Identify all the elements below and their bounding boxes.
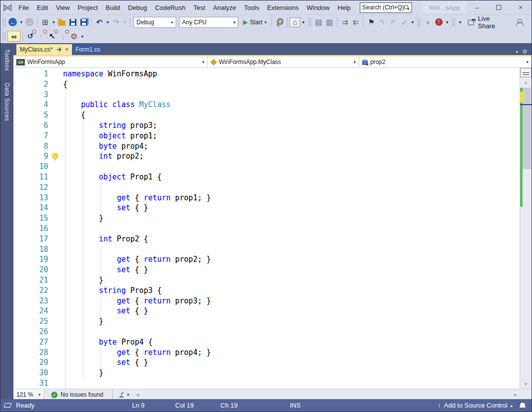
menu-item-edit[interactable]: Edit bbox=[33, 0, 52, 14]
code-line-12[interactable]: 12 bbox=[13, 182, 520, 193]
indent-button[interactable]: ⇉ bbox=[339, 16, 350, 28]
code-line-1[interactable]: 1namespace WinFormsApp bbox=[13, 69, 520, 79]
code-line-14[interactable]: 14 set { } bbox=[13, 203, 520, 213]
code-line-30[interactable]: 30 } bbox=[13, 368, 520, 378]
document-health-indicator[interactable]: ✓ No issues found bbox=[44, 391, 110, 398]
code-line-10[interactable]: 10 bbox=[13, 162, 520, 172]
split-window-handle[interactable] bbox=[520, 68, 532, 77]
code-line-4[interactable]: 4 public class MyClass bbox=[13, 100, 520, 110]
undo-dropdown[interactable]: ▾ bbox=[105, 16, 111, 28]
zoom-level-combo[interactable]: 121 % ▾ bbox=[13, 389, 44, 400]
menu-item-help[interactable]: Help bbox=[333, 0, 355, 14]
navigate-forward-button[interactable]: → bbox=[24, 16, 35, 28]
redo-dropdown[interactable]: ▾ bbox=[122, 16, 128, 28]
toggle-bookmark-button[interactable]: ⚑ bbox=[366, 16, 377, 28]
menu-item-test[interactable]: Test bbox=[190, 0, 209, 14]
sidebar-item-toolbox[interactable]: Toolbox bbox=[2, 45, 11, 75]
code-line-21[interactable]: 21 } bbox=[13, 275, 520, 286]
redo-button[interactable]: ↷ bbox=[111, 16, 122, 28]
tab-options-icon[interactable]: ⚙ bbox=[522, 48, 528, 55]
solution-platform-combo[interactable]: Any CPU ▾ bbox=[179, 17, 239, 28]
tab-form1-cs[interactable]: Form1.cs bbox=[72, 44, 104, 55]
save-all-button[interactable] bbox=[78, 16, 89, 28]
code-line-31[interactable]: 31 bbox=[13, 378, 520, 389]
pin-icon[interactable] bbox=[57, 47, 62, 52]
type-dropdown[interactable]: WinFormsApp.MyClass ▾ bbox=[208, 57, 359, 67]
live-share-button[interactable]: Live Share bbox=[468, 15, 509, 30]
minimize-button[interactable]: – bbox=[466, 0, 488, 14]
drop-marker-button[interactable]: ↖ bbox=[47, 30, 58, 42]
navigate-backward-dropdown[interactable]: ▾ bbox=[18, 16, 24, 28]
quick-search-input[interactable]: Search (Ctrl+Q) bbox=[360, 2, 412, 13]
clear-bookmarks-button[interactable]: ↲ bbox=[399, 16, 409, 28]
code-line-13[interactable]: 13 get { return prop1; } bbox=[13, 193, 520, 203]
previous-bookmark-button[interactable]: ↰ bbox=[377, 16, 388, 28]
new-project-button[interactable]: ⊞ bbox=[40, 16, 51, 28]
undo-button[interactable]: ↶ bbox=[94, 16, 105, 28]
project-dropdown[interactable]: C# WinFormsApp ▾ bbox=[13, 57, 208, 67]
coderush-overflow-dropdown[interactable]: ▾ bbox=[79, 30, 85, 42]
menu-item-project[interactable]: Project bbox=[74, 0, 102, 14]
vertical-scrollbar[interactable]: ▲ ▼ bbox=[520, 68, 532, 389]
code-line-19[interactable]: 19 get { return prop2; } bbox=[13, 254, 520, 265]
toolbar-grip[interactable] bbox=[452, 18, 456, 27]
scroll-left-arrow[interactable]: ◀ bbox=[133, 389, 141, 400]
code-line-23[interactable]: 23 get { return prop3; } bbox=[13, 296, 520, 306]
toolbar-overflow-dropdown[interactable]: ▾ bbox=[444, 16, 450, 28]
start-debugging-button[interactable]: ▶ Start ▾ bbox=[240, 16, 269, 28]
toolbar-grip[interactable] bbox=[2, 18, 6, 27]
coderush-options-button[interactable]: ⚙ bbox=[68, 30, 79, 42]
code-line-3[interactable]: 3 bbox=[13, 90, 520, 100]
code-line-24[interactable]: 24 set { } bbox=[13, 306, 520, 316]
new-project-dropdown[interactable]: ▾ bbox=[51, 16, 57, 28]
outline-document-button[interactable]: ▤ bbox=[313, 16, 324, 28]
code-line-16[interactable]: 16 bbox=[13, 224, 520, 234]
menu-item-analyze[interactable]: Analyze bbox=[209, 0, 240, 14]
menu-item-view[interactable]: View bbox=[52, 0, 74, 14]
find-in-files-button[interactable] bbox=[274, 16, 285, 28]
code-cleanup-button[interactable]: ▾ bbox=[115, 392, 133, 398]
code-line-20[interactable]: 20 set { } bbox=[13, 265, 520, 275]
navigate-backward-button[interactable]: ← bbox=[7, 16, 18, 28]
save-button[interactable] bbox=[67, 16, 78, 28]
code-line-5[interactable]: 5 { bbox=[13, 110, 520, 120]
tab-myclass-cs[interactable]: MyClass.cs* × bbox=[16, 44, 72, 55]
code-line-17[interactable]: 17 int Prop2 { bbox=[13, 234, 520, 244]
feedback-button[interactable] bbox=[514, 16, 525, 28]
code-line-7[interactable]: 7 object prop1; bbox=[13, 131, 520, 141]
code-line-18[interactable]: 18 bbox=[13, 244, 520, 255]
member-dropdown[interactable]: prop2 ▾ bbox=[359, 57, 532, 67]
menu-item-tools[interactable]: Tools bbox=[240, 0, 263, 14]
menu-item-file[interactable]: File bbox=[14, 0, 33, 14]
solution-configuration-combo[interactable]: Debug ▾ bbox=[133, 17, 176, 28]
jump-to-symbol-button[interactable]: ↺ bbox=[25, 30, 36, 42]
toolbar-overflow-dropdown[interactable]: ▾ bbox=[457, 16, 463, 28]
navigate-down-button[interactable]: ↓ bbox=[58, 30, 68, 42]
sidebar-item-data-sources[interactable]: Data Sources bbox=[2, 79, 11, 125]
breakpoint-button[interactable]: ● bbox=[422, 16, 433, 28]
menu-item-extensions[interactable]: Extensions bbox=[263, 0, 303, 14]
close-icon[interactable]: × bbox=[65, 46, 68, 53]
toolbar-grip[interactable] bbox=[2, 32, 6, 41]
code-line-26[interactable]: 26 bbox=[13, 327, 520, 337]
solution-explorer-home-button[interactable]: ⌂ bbox=[289, 17, 300, 27]
scroll-right-arrow[interactable]: ▶ bbox=[512, 389, 520, 400]
code-line-11[interactable]: 11 object Prop1 { bbox=[13, 172, 520, 182]
lightbulb-icon[interactable] bbox=[52, 153, 58, 159]
toolbar-grip[interactable] bbox=[417, 18, 421, 27]
scroll-down-arrow[interactable]: ▼ bbox=[520, 381, 532, 388]
horizontal-scrollbar[interactable]: ◀ ▶ bbox=[133, 389, 532, 400]
menu-item-build[interactable]: Build bbox=[102, 0, 124, 14]
bookmark-overflow-dropdown[interactable]: ▾ bbox=[409, 16, 415, 28]
copy-structure-button[interactable]: ▥ bbox=[324, 16, 335, 28]
code-line-25[interactable]: 25 } bbox=[13, 316, 520, 327]
code-pane[interactable]: 1namespace WinFormsApp2{34 public class … bbox=[13, 69, 520, 389]
menu-item-debug[interactable]: Debug bbox=[124, 0, 151, 14]
window-list-dropdown[interactable]: ▾ bbox=[516, 49, 518, 55]
error-list-button[interactable]: ! bbox=[433, 16, 444, 28]
code-line-2[interactable]: 2{ bbox=[13, 79, 520, 90]
menu-item-window[interactable]: Window bbox=[303, 0, 333, 14]
notifications-bell-icon[interactable] bbox=[520, 403, 526, 408]
code-line-9[interactable]: 9 int prop2; bbox=[13, 151, 520, 162]
next-bookmark-button[interactable]: ↱ bbox=[388, 16, 399, 28]
